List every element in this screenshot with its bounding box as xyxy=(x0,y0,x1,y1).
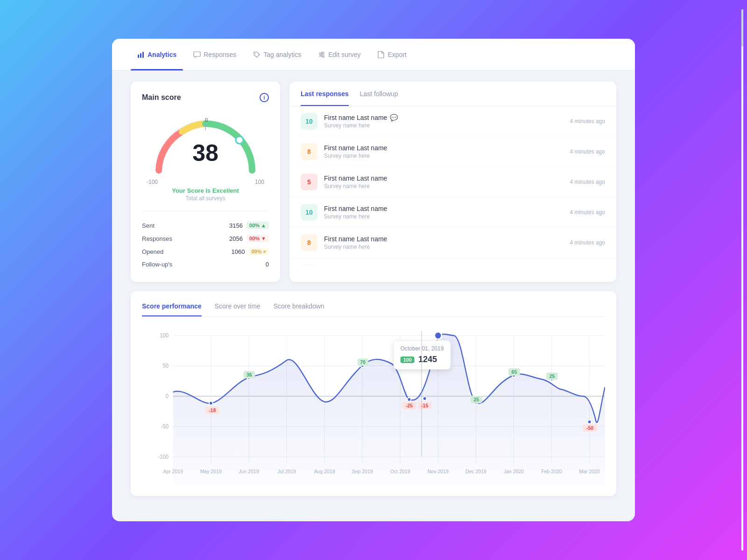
response-survey: Survey name here xyxy=(324,153,564,159)
stat-row-responses: Responses 2056 00% ▼ xyxy=(142,232,269,245)
response-info: First name Last name Survey name here xyxy=(324,144,564,159)
svg-text:Jun 2019: Jun 2019 xyxy=(239,469,259,474)
svg-text:25: 25 xyxy=(474,397,479,402)
stat-row-followups: Follow-up's 0 xyxy=(142,258,269,271)
response-info: First name Last name Survey name here xyxy=(324,235,564,250)
stat-row-opened: Opened 1060 00% × xyxy=(142,245,269,258)
response-info: First name Last name Survey name here xyxy=(324,205,564,220)
svg-point-7 xyxy=(322,52,324,54)
response-survey: Survey name here xyxy=(324,122,564,129)
nav-edit-survey[interactable]: Edit survey xyxy=(311,39,367,70)
svg-point-48 xyxy=(423,397,427,400)
svg-text:Sep 2019: Sep 2019 xyxy=(352,469,373,474)
svg-text:-50: -50 xyxy=(161,423,169,429)
score-card-header: Main score i xyxy=(142,93,269,102)
score-label: Your Score is Excellent xyxy=(142,187,269,194)
svg-point-36 xyxy=(209,401,213,405)
tab-score-breakdown[interactable]: Score breakdown xyxy=(274,302,324,316)
response-score-badge: 10 xyxy=(301,113,317,130)
svg-text:0: 0 xyxy=(166,393,169,399)
score-card-title: Main score xyxy=(142,93,181,102)
response-score-badge: 5 xyxy=(301,174,317,190)
nav-tag-analytics[interactable]: Tag analytics xyxy=(247,39,308,70)
nav-export[interactable]: Export xyxy=(371,39,413,70)
response-item[interactable]: 5 First name Last name Survey name here … xyxy=(289,167,616,197)
nav-edit-survey-label: Edit survey xyxy=(328,51,360,58)
svg-text:Mar 2020: Mar 2020 xyxy=(579,469,599,474)
svg-text:Jan 2020: Jan 2020 xyxy=(504,469,524,474)
svg-text:-25: -25 xyxy=(406,403,413,408)
svg-text:100: 100 xyxy=(160,332,169,338)
svg-text:-100: -100 xyxy=(158,454,169,460)
stat-sent-label: Sent xyxy=(142,222,155,229)
nav-responses[interactable]: Responses xyxy=(187,39,243,70)
svg-point-9 xyxy=(322,56,324,57)
score-quality: Excellent xyxy=(212,187,239,194)
gauge-min-label: -100 xyxy=(147,179,158,185)
svg-text:Aug 2019: Aug 2019 xyxy=(314,469,335,474)
response-info: First name Last name Survey name here xyxy=(324,175,564,189)
gauge-container: 38 0 xyxy=(149,110,261,175)
response-score-badge: 8 xyxy=(301,143,317,160)
bar-chart-icon xyxy=(137,51,145,58)
gauge-max-label: 100 xyxy=(255,179,264,185)
stat-sent-value: 3156 xyxy=(229,222,243,229)
response-name: First name Last name xyxy=(324,235,564,243)
tab-score-performance[interactable]: Score performance xyxy=(142,302,202,316)
total-label: Total all surveys xyxy=(142,195,269,202)
nav-tag-analytics-label: Tag analytics xyxy=(263,51,301,58)
svg-text:-15: -15 xyxy=(421,403,428,408)
svg-rect-1 xyxy=(140,53,141,58)
tab-last-responses[interactable]: Last responses xyxy=(301,82,349,106)
tab-last-followup[interactable]: Last followup xyxy=(360,82,398,106)
responses-list[interactable]: 10 First name Last name 💬 Survey name he… xyxy=(289,106,616,265)
chat-icon: 💬 xyxy=(390,114,398,121)
chart-svg: 100 50 0 -50 -100 -18 xyxy=(142,326,605,485)
stat-opened-value: 1060 xyxy=(232,248,245,255)
response-item[interactable]: 8 First name Last name Survey name here … xyxy=(289,137,616,167)
response-item[interactable]: 8 First name Last name Survey name here … xyxy=(289,228,616,258)
svg-text:36: 36 xyxy=(247,372,252,378)
response-time: 4 minutes ago xyxy=(570,239,605,246)
stat-sent-badge: 00% ▲ xyxy=(247,222,269,229)
svg-point-3 xyxy=(255,53,256,54)
response-item[interactable]: 10 First name Last name 💬 Survey name he… xyxy=(289,106,616,137)
info-icon[interactable]: i xyxy=(260,93,269,102)
response-time: 4 minutes ago xyxy=(570,118,605,125)
response-time: 4 minutes ago xyxy=(570,148,605,155)
nav-export-label: Export xyxy=(388,51,406,58)
gauge-svg: 38 0 xyxy=(149,110,261,175)
stat-followups-label: Follow-up's xyxy=(142,261,172,268)
nav-analytics[interactable]: Analytics xyxy=(131,39,183,70)
response-item[interactable]: 10 First name Last name Survey name here… xyxy=(289,258,616,265)
response-time: 4 minutes ago xyxy=(570,179,605,185)
svg-text:Nov 2019: Nov 2019 xyxy=(428,469,449,474)
svg-point-51 xyxy=(435,332,442,339)
response-survey: Survey name here xyxy=(324,183,564,189)
chart-tabs: Score performance Score over time Score … xyxy=(142,302,605,317)
chart-area: 100 50 0 -50 -100 -18 xyxy=(142,326,605,485)
response-name: First name Last name xyxy=(324,175,564,182)
gauge-labels: -100 100 xyxy=(142,179,269,185)
sliders-icon xyxy=(318,51,325,58)
response-item[interactable]: 10 First name Last name Survey name here… xyxy=(289,197,616,228)
response-info: First name Last name 💬 Survey name here xyxy=(324,114,564,129)
svg-text:65: 65 xyxy=(512,369,517,375)
svg-text:Feb 2020: Feb 2020 xyxy=(541,469,562,474)
svg-text:-50: -50 xyxy=(586,425,593,431)
svg-point-8 xyxy=(320,54,322,56)
svg-text:-18: -18 xyxy=(209,407,216,413)
chart-card: Score performance Score over time Score … xyxy=(131,291,616,496)
stat-responses-label: Responses xyxy=(142,235,172,242)
file-icon xyxy=(377,51,385,58)
stat-row-sent: Sent 3156 00% ▲ xyxy=(142,219,269,232)
svg-text:Apr 2019: Apr 2019 xyxy=(163,469,183,474)
response-survey: Survey name here xyxy=(324,213,564,220)
main-content: Main score i xyxy=(112,70,635,507)
tab-score-over-time[interactable]: Score over time xyxy=(215,302,261,316)
nav-bar: Analytics Responses Tag analytics xyxy=(112,39,635,70)
response-score-badge: 10 xyxy=(301,204,317,221)
stat-followups-value: 0 xyxy=(266,261,269,268)
stat-responses-value: 2056 xyxy=(229,235,243,242)
stat-opened-label: Opened xyxy=(142,248,163,255)
